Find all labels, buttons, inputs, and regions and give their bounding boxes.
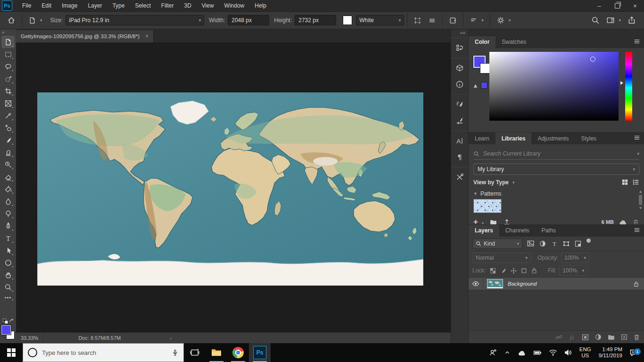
tool-presets-panel-button[interactable] <box>453 170 467 184</box>
background-color-swatch[interactable] <box>343 16 352 25</box>
action-center-button[interactable]: 1 <box>626 348 644 357</box>
lock-transparency-button[interactable] <box>489 267 496 274</box>
tool-path-selection[interactable] <box>1 244 15 256</box>
view-by-type[interactable]: View by Type ▾ <box>473 179 639 186</box>
tool-clone-stamp[interactable] <box>1 146 15 158</box>
restore-button[interactable] <box>608 0 626 12</box>
color-field[interactable] <box>489 52 619 121</box>
layer-style-button[interactable]: fx <box>568 333 576 341</box>
list-view-button[interactable] <box>632 179 639 186</box>
tool-spot-healing[interactable] <box>1 122 15 134</box>
taskbar-search[interactable]: Type here to search <box>23 343 184 362</box>
tool-blur[interactable] <box>1 195 15 207</box>
align-button[interactable]: ▾ <box>466 16 487 25</box>
tool-eyedropper[interactable] <box>1 109 15 122</box>
start-button[interactable] <box>0 343 23 362</box>
tab-channels[interactable]: Channels <box>499 225 536 237</box>
panel-menu-icon[interactable] <box>634 39 640 44</box>
people-button[interactable] <box>486 348 501 357</box>
menu-window[interactable]: Window <box>219 0 250 12</box>
new-group-button[interactable] <box>607 333 615 341</box>
filter-pixel-layers-button[interactable] <box>527 239 535 247</box>
blend-mode-select[interactable]: Normal ▾ <box>472 253 531 263</box>
patterns-section-header[interactable]: ▼ Patterns <box>473 190 639 197</box>
document-image[interactable] <box>37 92 423 286</box>
tool-hand[interactable] <box>1 269 15 281</box>
menu-help[interactable]: Help <box>249 0 272 12</box>
height-input[interactable]: 2732 px <box>295 15 336 25</box>
layer-visibility-toggle[interactable] <box>469 278 483 290</box>
menu-image[interactable]: Image <box>57 0 83 12</box>
foreground-color[interactable] <box>1 325 11 335</box>
width-input[interactable]: 2048 px <box>228 15 269 25</box>
artboard-preset-button[interactable] <box>410 16 425 25</box>
photoshop-taskbar-button[interactable]: Ps <box>249 343 271 362</box>
new-document-button[interactable]: ▾ <box>25 16 46 25</box>
grid-view-button[interactable] <box>621 179 628 186</box>
scrollbar[interactable]: ▲ ▼ <box>638 189 643 217</box>
menu-type[interactable]: Type <box>107 0 130 12</box>
filter-kind-select[interactable]: Kind ▾ <box>472 239 522 249</box>
tool-eraser[interactable] <box>1 171 15 183</box>
pattern-thumbnail[interactable] <box>473 199 502 213</box>
background-swatch[interactable] <box>480 63 490 74</box>
new-adjustment-layer-button[interactable] <box>594 333 602 341</box>
add-layer-mask-button[interactable] <box>581 333 589 341</box>
filter-type-layers-button[interactable]: T <box>551 240 558 247</box>
menu-view[interactable]: View <box>197 0 219 12</box>
menu-3d[interactable]: 3D <box>179 0 196 12</box>
delete-layer-button[interactable] <box>633 334 640 341</box>
document-tab[interactable]: GettyImages-1092095756.jpg @ 33.3% (RGB/… <box>16 30 154 42</box>
panel-menu-icon[interactable] <box>634 135 640 140</box>
tool-marquee[interactable] <box>1 48 15 60</box>
tool-crop[interactable] <box>1 85 15 97</box>
brushes-panel-button[interactable] <box>453 114 467 128</box>
filter-smart-objects-button[interactable] <box>574 240 582 247</box>
foreground-background-swatches[interactable] <box>1 325 15 339</box>
onedrive-button[interactable] <box>514 349 530 356</box>
color-field-marker[interactable] <box>590 57 595 62</box>
settings-button[interactable]: ▾ <box>493 16 514 25</box>
library-search[interactable]: ▾ <box>473 148 639 160</box>
library-select[interactable]: My Library ▾ <box>473 164 639 175</box>
share-button[interactable] <box>624 16 639 25</box>
lock-all-button[interactable] <box>531 267 537 274</box>
home-button[interactable] <box>4 16 19 25</box>
3d-panel-button[interactable] <box>453 61 467 75</box>
language-indicator[interactable]: ENG US <box>576 346 595 359</box>
opacity-select[interactable]: 100% ▾ <box>561 253 589 263</box>
artboard-size-button[interactable] <box>425 16 439 25</box>
minimize-button[interactable]: – <box>590 0 608 12</box>
workspace-button[interactable]: ▾ <box>603 16 624 25</box>
gamut-warning[interactable]: ▲ <box>472 82 487 89</box>
lock-position-button[interactable] <box>510 267 517 274</box>
tool-zoom[interactable] <box>1 281 15 293</box>
volume-button[interactable] <box>561 349 576 356</box>
scroll-thumb[interactable] <box>639 195 642 205</box>
new-layer-button[interactable] <box>620 333 628 341</box>
filter-adjustment-layers-button[interactable] <box>539 240 546 247</box>
tool-pen[interactable] <box>1 220 15 232</box>
tab-adjustments[interactable]: Adjustments <box>531 132 575 144</box>
brush-settings-panel-button[interactable] <box>453 98 467 112</box>
paragraph-panel-button[interactable]: ¶ <box>453 150 467 164</box>
panel-menu-icon[interactable] <box>634 227 640 233</box>
filter-toggle[interactable] <box>586 239 591 243</box>
tab-libraries[interactable]: Libraries <box>495 132 532 144</box>
tool-lasso[interactable] <box>1 60 15 73</box>
fill-select[interactable]: 100% ▾ <box>559 265 587 276</box>
tool-object-selection[interactable] <box>1 73 15 85</box>
filter-shape-layers-button[interactable] <box>562 240 570 247</box>
wifi-button[interactable] <box>545 349 561 356</box>
hue-slider-arrow[interactable] <box>620 81 623 85</box>
canvas-area[interactable] <box>16 42 451 332</box>
layer-thumbnail[interactable] <box>487 279 503 288</box>
size-select[interactable]: iPad Pro 12.9 in ▾ <box>66 15 204 25</box>
tab-learn[interactable]: Learn <box>469 132 495 144</box>
close-tab-icon[interactable]: × <box>145 33 149 40</box>
hue-slider[interactable] <box>625 52 632 121</box>
battery-button[interactable] <box>530 349 545 356</box>
tab-paths[interactable]: Paths <box>535 225 562 237</box>
status-chevron-icon[interactable]: › <box>170 335 172 341</box>
link-layers-button[interactable] <box>555 333 563 341</box>
